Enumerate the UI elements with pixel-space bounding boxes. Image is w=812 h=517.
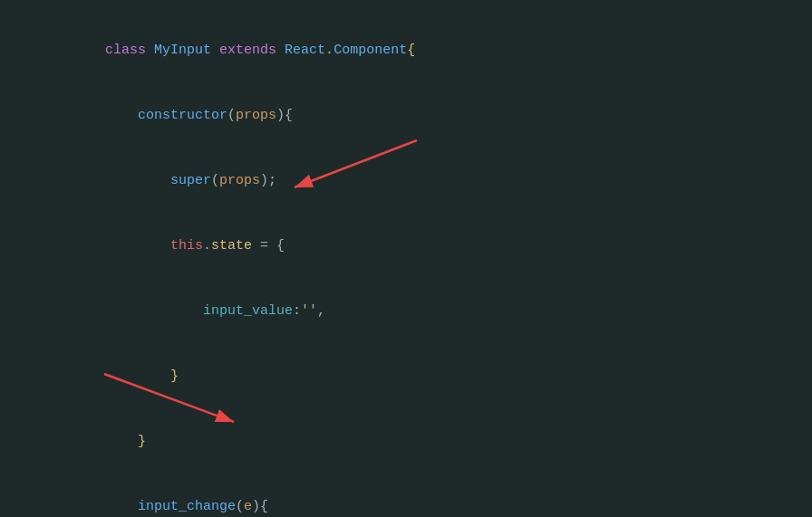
code-editor: class MyInput extends React.Component{ c… [0, 0, 812, 517]
code-line: this.state = { [72, 214, 794, 279]
code-line: } [72, 344, 794, 409]
code-line: input_change(e){ [72, 474, 794, 517]
code-line: class MyInput extends React.Component{ [72, 18, 794, 83]
code-line: input_value:'', [72, 279, 794, 344]
code-line: super(props); [72, 148, 794, 214]
code-line: } [72, 409, 794, 474]
code-line: constructor(props){ [72, 83, 794, 148]
